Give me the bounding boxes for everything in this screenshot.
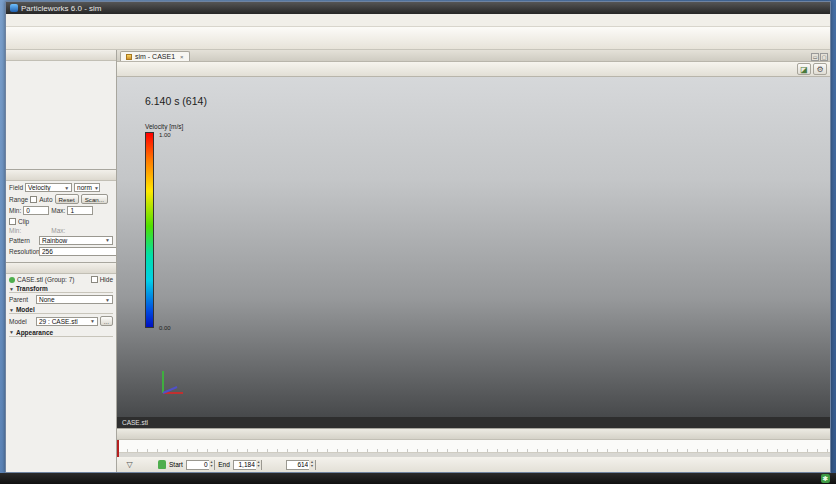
clip-min-label: Min: (9, 227, 21, 234)
projects-panel (6, 50, 116, 170)
colormap-panel-tabs (6, 170, 116, 181)
start-label: Start (169, 461, 183, 468)
clip-max-label: Max: (51, 227, 65, 234)
start-frame-spinner[interactable]: ▲▼ (186, 460, 215, 470)
viewport-toolbar: ◪ ⚙ (117, 62, 830, 77)
min-input[interactable] (23, 206, 49, 215)
viewport-status-bar: CASE.stl (117, 417, 830, 428)
legend-min-value: 0.00 (159, 325, 171, 331)
panel-maximize-icon[interactable]: ▢ (820, 53, 828, 61)
colormap-panel: Field Velocity▼ norm▼ Range Auto Reset S… (6, 170, 116, 263)
max-input[interactable] (67, 206, 93, 215)
end-label: End (218, 461, 230, 468)
range-label: Range (9, 196, 28, 203)
resolution-label: Resolution (9, 248, 37, 255)
title-bar[interactable]: Particleworks 6.0 - sim (6, 2, 830, 14)
selected-object-label: CASE.stl (122, 419, 148, 426)
legend-title: Velocity [m/s] (145, 123, 183, 130)
taskbar: ✱ (0, 473, 836, 484)
document-icon (126, 54, 132, 60)
document-tab-bar: sim - CASE1 × ▭ ▢ (117, 50, 830, 62)
resolution-input[interactable] (39, 247, 116, 256)
current-frame-marker[interactable] (117, 440, 119, 457)
end-frame-spinner[interactable]: ▲▼ (233, 460, 262, 470)
legend-max-value: 1.00 (159, 132, 171, 138)
auto-checkbox[interactable] (30, 196, 37, 203)
app-window: Particleworks 6.0 - sim Field Velocity▼ … (5, 1, 831, 473)
pattern-select[interactable]: Rainbow▼ (39, 236, 113, 245)
object-panel-tabs (6, 263, 116, 274)
axis-triad (155, 367, 189, 399)
close-tab-icon[interactable]: × (180, 54, 184, 60)
norm-select[interactable]: norm▼ (74, 183, 100, 192)
background-image-button[interactable]: ◪ (797, 63, 811, 75)
max-label: Max: (51, 207, 65, 214)
window-title: Particleworks 6.0 - sim (21, 4, 101, 13)
panel-minimize-icon[interactable]: ▭ (811, 53, 819, 61)
appearance-section-header[interactable]: ▼Appearance (9, 329, 113, 337)
pattern-label: Pattern (9, 237, 37, 244)
player-panel: ▽ Start ▲▼ End ▲▼ (117, 428, 830, 472)
model-select[interactable]: 29 : CASE.stl▼ (36, 317, 98, 326)
tab-sim-case1[interactable]: sim - CASE1 × (120, 51, 190, 61)
hide-label: Hide (100, 276, 113, 283)
player-controls: ▽ Start ▲▼ End ▲▼ (117, 457, 830, 472)
loaded-range-track[interactable] (117, 453, 830, 457)
player-panel-tabs (117, 429, 830, 440)
left-panel-column: Field Velocity▼ norm▼ Range Auto Reset S… (6, 50, 117, 472)
field-select[interactable]: Velocity▼ (25, 183, 72, 192)
document-tab-label: sim - CASE1 (135, 53, 175, 60)
3d-viewport[interactable]: 6.140 s (614) Velocity [m/s] 1.00 0.00 (117, 77, 830, 417)
model-label: Model (9, 318, 34, 325)
projects-panel-tabs (6, 50, 116, 61)
clip-checkbox[interactable] (9, 218, 16, 225)
object-header: CASE.stl (Group: 7) (17, 276, 74, 283)
current-frame-input[interactable] (287, 461, 309, 469)
menu-bar (6, 14, 830, 27)
reset-button[interactable]: Reset (55, 194, 79, 204)
project-tree (6, 61, 116, 169)
auto-label: Auto (39, 196, 52, 203)
clip-label: Clip (18, 218, 29, 225)
start-frame-input[interactable] (187, 461, 209, 469)
timeline-ruler[interactable] (117, 440, 830, 453)
main-toolbar (6, 27, 830, 50)
legend-colorbar (145, 132, 154, 328)
current-frame-spinner[interactable]: ▲▼ (286, 460, 315, 470)
viewport-settings-button[interactable]: ⚙ (813, 63, 827, 75)
tray-gear-icon[interactable]: ✱ (821, 474, 830, 483)
scan-button[interactable]: Scan... (81, 194, 108, 204)
parent-select[interactable]: None▼ (36, 295, 113, 304)
object-panel: CASE.stl (Group: 7) Hide ▼Transform Pare… (6, 263, 116, 472)
min-label: Min: (9, 207, 21, 214)
model-section-header[interactable]: ▼Model (9, 306, 113, 314)
transform-section-header[interactable]: ▼Transform (9, 285, 113, 293)
model-browse-button[interactable]: ... (100, 316, 113, 326)
object-status-dot (9, 277, 15, 283)
color-legend: Velocity [m/s] (145, 123, 183, 328)
playback-range-icon[interactable] (158, 460, 166, 469)
filter-icon[interactable]: ▽ (123, 459, 136, 470)
parent-label: Parent (9, 296, 34, 303)
app-icon (10, 4, 18, 12)
hide-checkbox[interactable] (91, 276, 98, 283)
end-frame-input[interactable] (234, 461, 256, 469)
field-label: Field (9, 184, 23, 191)
simulation-time-label: 6.140 s (614) (145, 95, 207, 107)
